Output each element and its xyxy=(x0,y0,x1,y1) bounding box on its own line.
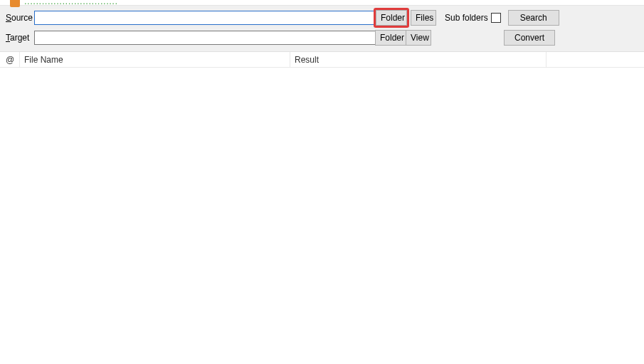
target-folder-button[interactable]: Folder xyxy=(375,30,406,46)
subfolders-checkbox[interactable] xyxy=(491,13,501,23)
source-folder-button[interactable]: Folder xyxy=(376,10,407,26)
source-row: Source Folder Files Sub folders Search xyxy=(6,10,638,26)
titlebar-text: ................................ xyxy=(24,0,118,6)
column-filename[interactable]: File Name xyxy=(20,52,290,67)
form-area: Source Folder Files Sub folders Search T… xyxy=(0,6,644,52)
source-input[interactable] xyxy=(34,11,374,25)
app-icon xyxy=(10,0,20,7)
table-body xyxy=(0,68,644,364)
source-label: Source xyxy=(6,13,34,23)
column-at[interactable]: @ xyxy=(0,52,20,67)
convert-button[interactable]: Convert xyxy=(504,30,555,46)
subfolders-wrap: Sub folders xyxy=(445,13,501,23)
column-result[interactable]: Result xyxy=(290,52,547,67)
search-button[interactable]: Search xyxy=(508,10,559,26)
target-input[interactable] xyxy=(34,31,376,45)
subfolders-label: Sub folders xyxy=(445,13,488,23)
titlebar: ................................ xyxy=(0,0,644,6)
target-row: Target Folder View Convert xyxy=(6,30,638,46)
table-header: @ File Name Result xyxy=(0,52,644,68)
target-view-button[interactable]: View xyxy=(406,30,431,46)
target-label: Target xyxy=(6,33,34,43)
highlight-folder: Folder xyxy=(374,8,409,28)
source-files-button[interactable]: Files xyxy=(411,10,436,26)
